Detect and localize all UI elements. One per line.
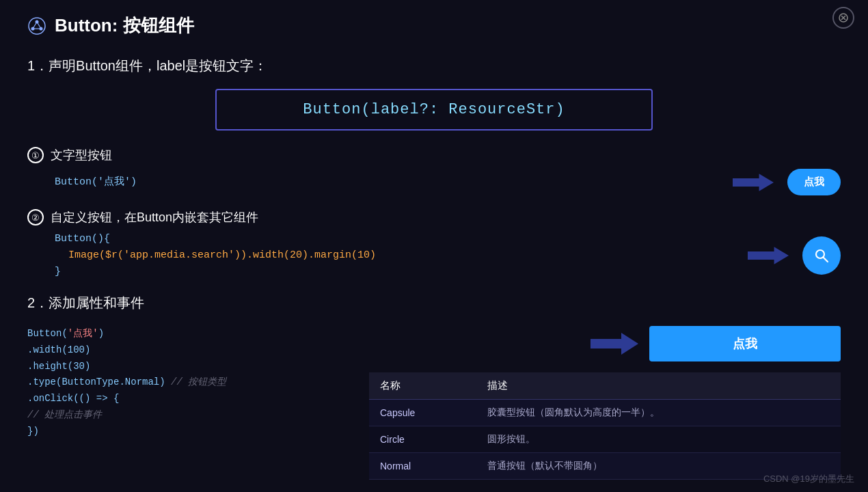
table-cell-name-1: Circle xyxy=(369,426,476,453)
s2-text-7: }) xyxy=(27,426,39,437)
arrow-3-icon xyxy=(591,333,638,355)
code-line-2-2: Image($r('app.media.search')).width(20).… xyxy=(68,247,734,264)
code-line-1: Button('点我') xyxy=(55,174,719,191)
s2-arrow-btn-row: 点我 xyxy=(591,326,841,361)
s2-text-1b: '点我' xyxy=(68,328,98,339)
s2-text-2: .width(100) xyxy=(27,344,90,355)
arrow-1-icon xyxy=(733,172,774,193)
s2-code-line-7: }) xyxy=(27,424,355,440)
table-cell-desc-0: 胶囊型按钮（圆角默认为高度的一半）。 xyxy=(476,400,841,426)
sub-item-2-header: ② 自定义按钮，在Button内嵌套其它组件 xyxy=(27,209,841,226)
section2-header: 2．添加属性和事件 xyxy=(27,294,841,312)
section2-code-area: Button('点我') .width(100) .height(30) .ty… xyxy=(27,326,355,480)
code-line-2-1: Button(){ xyxy=(55,231,734,247)
section2: 2．添加属性和事件 Button('点我') .width(100) .heig… xyxy=(27,294,841,480)
demo-button-3[interactable]: 点我 xyxy=(649,326,841,361)
s2-text-1: Button( xyxy=(27,328,68,339)
s2-code-line-1: Button('点我') xyxy=(27,326,355,342)
s2-text-5: .onClick(() => { xyxy=(27,393,119,404)
svg-line-13 xyxy=(824,258,828,262)
s2-text-3: .height(30) xyxy=(27,361,90,372)
demo-button-2[interactable] xyxy=(802,236,841,275)
sub-item-2: ② 自定义按钮，在Button内嵌套其它组件 Button(){ Image($… xyxy=(27,209,841,280)
svg-line-7 xyxy=(33,22,37,29)
sub-item-1: ① 文字型按钮 Button('点我') 点我 xyxy=(27,147,841,195)
arrow-2-icon xyxy=(748,245,789,266)
s2-code-line-2: .width(100) xyxy=(27,342,355,359)
s2-code-line-4: .type(ButtonType.Normal) // 按钮类型 xyxy=(27,374,355,391)
section1-header: 1．声明Button组件，label是按钮文字： xyxy=(27,57,841,75)
watermark: CSDN @19岁的墨先生 xyxy=(763,473,854,485)
sub-item-1-header: ① 文字型按钮 xyxy=(27,147,841,163)
section2-container: Button('点我') .width(100) .height(30) .ty… xyxy=(27,326,841,480)
demo-row-1: Button('点我') 点我 xyxy=(27,169,841,195)
code-signature-box: Button(label?: ResourceStr) xyxy=(215,89,653,131)
s2-text-4a: .type(ButtonType.Normal) xyxy=(27,377,165,387)
arrow-section-1 xyxy=(719,172,787,193)
code-section-2: Button(){ Image($r('app.media.search')).… xyxy=(27,231,734,280)
sub-item-2-title: 自定义按钮，在Button内嵌套其它组件 xyxy=(51,209,258,226)
props-table: 名称 描述 Capsule 胶囊型按钮（圆角默认为高度的一半）。 Circle … xyxy=(369,372,841,480)
svg-marker-11 xyxy=(748,247,789,264)
table-cell-desc-1: 圆形按钮。 xyxy=(476,426,841,453)
demo-button-1[interactable]: 点我 xyxy=(787,169,841,195)
svg-line-8 xyxy=(37,22,41,29)
demo-row-2: Button(){ Image($r('app.media.search')).… xyxy=(27,231,841,280)
section2-right: 点我 名称 描述 Capsule 胶囊型按钮（圆角默认为高度的一半）。 xyxy=(369,326,841,480)
table-row: Capsule 胶囊型按钮（圆角默认为高度的一半）。 xyxy=(369,400,841,426)
s2-code-line-6: // 处理点击事件 xyxy=(27,407,355,424)
section1: 1．声明Button组件，label是按钮文字： Button(label?: … xyxy=(27,57,841,280)
s2-text-1c: ) xyxy=(98,328,104,339)
table-header-name: 名称 xyxy=(369,372,476,400)
s2-text-4b: // 按钮类型 xyxy=(171,377,226,387)
arrow-section-2 xyxy=(734,245,802,266)
sub-item-1-title: 文字型按钮 xyxy=(51,147,112,163)
circle-num-1: ① xyxy=(27,147,44,163)
section2-code: Button('点我') .width(100) .height(30) .ty… xyxy=(27,326,355,440)
page-title: Button: 按钮组件 xyxy=(55,14,194,38)
svg-marker-10 xyxy=(733,174,774,191)
page-container: Button: 按钮组件 1．声明Button组件，label是按钮文字： Bu… xyxy=(0,0,868,492)
harmonyos-logo-icon xyxy=(27,16,46,36)
s2-text-6: // 处理点击事件 xyxy=(27,409,102,420)
header: Button: 按钮组件 xyxy=(27,14,841,38)
search-icon xyxy=(814,248,829,263)
s2-code-line-3: .height(30) xyxy=(27,359,355,375)
table-row: Circle 圆形按钮。 xyxy=(369,426,841,453)
svg-marker-14 xyxy=(591,333,638,355)
table-cell-name-0: Capsule xyxy=(369,400,476,426)
s2-code-line-5: .onClick(() => { xyxy=(27,391,355,407)
code-line-2-3: } xyxy=(55,264,734,280)
table-header-desc: 描述 xyxy=(476,372,841,400)
code-section-1: Button('点我') xyxy=(27,174,719,191)
circle-num-2: ② xyxy=(27,209,44,226)
table-cell-name-2: Normal xyxy=(369,453,476,480)
